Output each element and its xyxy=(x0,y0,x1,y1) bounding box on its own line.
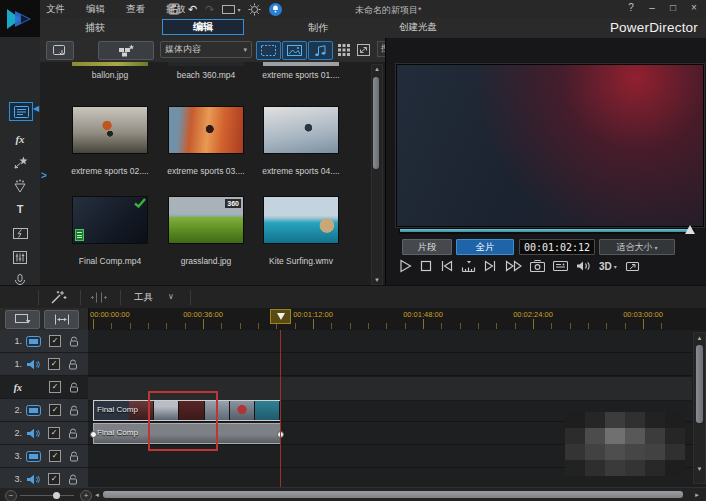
track-lock-icon[interactable] xyxy=(69,336,79,347)
library-category-dropdown[interactable]: 媒体内容 ▾ xyxy=(160,41,252,58)
media-filename[interactable]: extreme sports 04.... xyxy=(246,166,356,176)
media-thumbnail[interactable] xyxy=(72,106,148,154)
title-room-button[interactable]: T xyxy=(0,198,40,220)
playhead-marker[interactable] xyxy=(270,309,291,324)
tab-create-disc[interactable]: 创建光盘 xyxy=(378,21,458,34)
fast-forward-button[interactable] xyxy=(505,260,522,272)
minimize-button[interactable]: – xyxy=(646,2,658,13)
audio-mixing-room-button[interactable] xyxy=(0,246,40,268)
scroll-down-icon[interactable]: ▼ xyxy=(372,276,382,284)
scroll-up-icon[interactable]: ▲ xyxy=(694,334,705,342)
library-scrollbar-thumb[interactable] xyxy=(373,77,379,169)
import-media-button[interactable] xyxy=(46,41,74,60)
next-frame-button[interactable] xyxy=(484,260,497,272)
effect-room-button[interactable]: fx xyxy=(0,128,40,150)
media-thumbnail[interactable] xyxy=(263,196,339,244)
3d-mode-dropdown[interactable]: 3D▾ xyxy=(599,261,617,272)
aspect-ratio-dropdown[interactable]: ▾ xyxy=(222,5,240,14)
menu-file[interactable]: 文件 xyxy=(46,3,65,16)
media-filename[interactable]: ballon.jpg xyxy=(55,70,165,80)
media-filename[interactable]: Final Comp.mp4 xyxy=(55,256,165,266)
media-thumbnail[interactable] xyxy=(263,106,339,154)
particle-room-button[interactable] xyxy=(0,175,40,197)
filter-video-button[interactable] xyxy=(256,41,281,60)
timeline-ruler[interactable]: 00:00:00:00 00:00:36:00 00:01:12:00 00:0… xyxy=(0,308,706,331)
track-lock-icon[interactable] xyxy=(69,451,79,462)
tab-edit[interactable]: 编辑 xyxy=(162,19,244,35)
timeline-zoom-slider[interactable] xyxy=(20,495,74,496)
help-button[interactable]: ? xyxy=(625,2,637,13)
segment-toggle-button[interactable]: 片段 xyxy=(402,239,452,255)
plugins-button[interactable] xyxy=(98,41,154,60)
timeline-zoom-slider-thumb[interactable] xyxy=(53,492,60,499)
panel-expand-arrow[interactable]: > xyxy=(41,166,51,186)
tools-dropdown[interactable]: 工具 xyxy=(134,291,153,304)
track-lock-icon[interactable] xyxy=(69,382,79,393)
timeline-vertical-scrollbar[interactable]: ▲ ▼ xyxy=(693,332,706,484)
preview-video-area[interactable] xyxy=(396,64,704,227)
timeline-horizontal-scrollbar-thumb[interactable] xyxy=(103,491,683,498)
resize-thumbnails-icon[interactable] xyxy=(357,44,370,56)
precise-seek-button[interactable] xyxy=(461,260,476,273)
media-thumbnail[interactable] xyxy=(72,62,148,66)
tab-capture[interactable]: 捕获 xyxy=(60,21,130,35)
track-manager-button[interactable] xyxy=(5,310,40,329)
timecode-display[interactable]: 00:01:02:12 xyxy=(519,239,595,255)
save-icon[interactable] xyxy=(168,3,180,15)
notification-icon[interactable] xyxy=(269,3,282,16)
grid-view-icon[interactable] xyxy=(338,44,350,56)
timeline-zoom-in-button[interactable]: + xyxy=(80,490,92,501)
media-thumbnail[interactable] xyxy=(168,62,244,66)
magic-wand-tool-icon[interactable] xyxy=(50,290,67,305)
media-room-button[interactable] xyxy=(9,102,33,121)
tab-produce[interactable]: 制作 xyxy=(288,21,348,35)
track-enable-checkbox[interactable]: ✓ xyxy=(49,335,61,347)
filter-photo-button[interactable] xyxy=(282,41,307,60)
library-scrollbar[interactable]: ▲ ▼ xyxy=(371,64,383,285)
track-lock-icon[interactable] xyxy=(68,428,78,439)
settings-gear-icon[interactable] xyxy=(248,3,261,16)
media-filename[interactable]: extreme sports 01.... xyxy=(246,70,356,80)
snapshot-camera-icon[interactable] xyxy=(530,260,545,272)
audio-volume-keyframe[interactable] xyxy=(90,431,97,438)
play-button[interactable] xyxy=(399,259,412,273)
track-lock-icon[interactable] xyxy=(68,474,78,485)
close-button[interactable]: × xyxy=(688,2,700,13)
scroll-right-icon[interactable]: ► xyxy=(694,492,700,498)
preview-seekbar[interactable] xyxy=(399,228,695,234)
media-thumbnail[interactable]: 360 xyxy=(168,196,244,244)
tools-chevron-icon[interactable]: ∨ xyxy=(168,292,174,301)
scroll-up-icon[interactable]: ▲ xyxy=(372,65,382,73)
track-lock-icon[interactable] xyxy=(69,405,79,416)
volume-icon[interactable] xyxy=(576,260,591,272)
undo-icon[interactable]: ↶ xyxy=(188,4,197,15)
seekbar-handle[interactable] xyxy=(685,225,695,234)
media-thumbnail[interactable] xyxy=(263,62,339,66)
track-lock-icon[interactable] xyxy=(68,359,78,370)
scroll-left-icon[interactable]: ◄ xyxy=(94,492,100,498)
fit-timeline-button[interactable] xyxy=(44,310,79,329)
pip-objects-room-button[interactable] xyxy=(0,151,40,173)
timeline-track-area[interactable]: Final Comp Final Comp xyxy=(88,330,692,487)
media-filename[interactable]: beach 360.mp4 xyxy=(151,70,261,80)
track-enable-checkbox[interactable]: ✓ xyxy=(49,450,61,462)
track-enable-checkbox[interactable]: ✓ xyxy=(48,358,60,370)
timeline-scrollbar-thumb[interactable] xyxy=(696,345,703,423)
track-enable-checkbox[interactable]: ✓ xyxy=(48,427,60,439)
media-filename[interactable]: grassland.jpg xyxy=(151,256,261,266)
menu-view[interactable]: 查看 xyxy=(126,3,145,16)
track-enable-checkbox[interactable]: ✓ xyxy=(49,381,61,393)
track-enable-checkbox[interactable]: ✓ xyxy=(49,404,61,416)
media-info-icon[interactable] xyxy=(553,260,568,272)
transition-room-button[interactable] xyxy=(0,222,40,244)
filter-music-button[interactable] xyxy=(308,41,333,60)
menu-edit[interactable]: 编辑 xyxy=(86,3,105,16)
stop-button[interactable] xyxy=(420,260,432,272)
previous-frame-button[interactable] xyxy=(440,260,453,272)
media-thumbnail[interactable] xyxy=(168,106,244,154)
timeline-zoom-out-button[interactable]: − xyxy=(5,490,17,501)
movie-toggle-button[interactable]: 全片 xyxy=(456,239,514,255)
maximize-button[interactable]: □ xyxy=(667,2,679,13)
media-filename[interactable]: extreme sports 02.... xyxy=(55,166,165,176)
media-thumbnail[interactable] xyxy=(72,196,148,244)
